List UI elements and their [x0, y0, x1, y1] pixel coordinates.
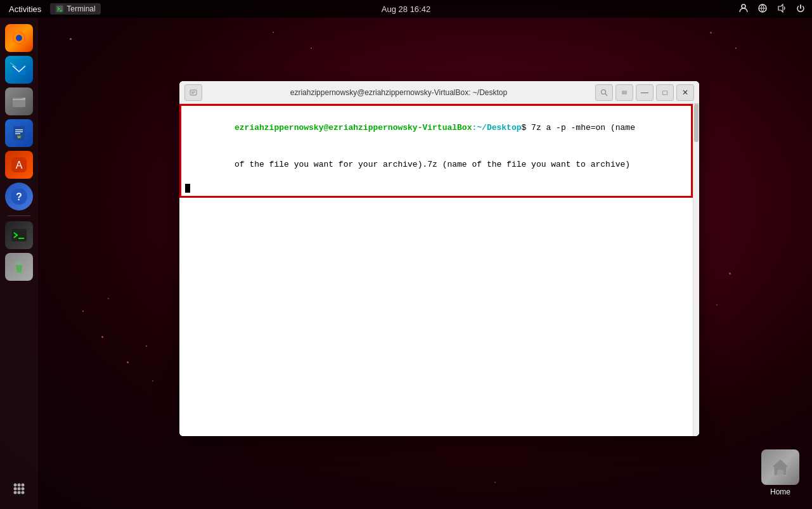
svg-rect-22: [14, 263, 24, 265]
sparkle-decoration: [127, 361, 129, 363]
sidebar-item-terminal[interactable]: [5, 221, 33, 249]
terminal-scrollbar[interactable]: [693, 104, 699, 436]
person-icon[interactable]: [738, 3, 749, 15]
sparkle-decoration: [146, 345, 147, 347]
sparkle-decoration: [108, 298, 109, 299]
volume-icon[interactable]: [777, 3, 787, 15]
sidebar-item-help[interactable]: ?: [5, 183, 33, 210]
svg-text:A: A: [16, 160, 23, 171]
sparkle-decoration: [82, 311, 84, 312]
desktop: Activities Terminal Aug 28 16:42: [0, 0, 812, 509]
terminal-prompt-line: ezriahzippernowsky@ezriahzippernowsky-Vi…: [185, 109, 687, 146]
terminal-content[interactable]: ezriahzippernowsky@ezriahzippernowsky-Vi…: [179, 104, 699, 436]
svg-rect-42: [778, 470, 783, 475]
power-icon[interactable]: [796, 3, 806, 15]
sidebar-item-grid[interactable]: [5, 475, 33, 503]
terminal-taskbar-label: Terminal: [67, 4, 95, 13]
sparkle-decoration: [311, 48, 312, 49]
svg-point-30: [14, 491, 17, 494]
titlebar-left-controls: [184, 84, 202, 101]
sparkle-decoration: [152, 380, 153, 382]
sidebar-item-firefox[interactable]: [5, 24, 33, 52]
terminal-titlebar: ezriahzippernowsky@ezriahzippernowsky-Vi…: [179, 81, 699, 104]
svg-marker-5: [778, 4, 783, 12]
svg-point-2: [742, 4, 745, 8]
home-label: Home: [770, 487, 790, 496]
svg-point-28: [18, 487, 21, 491]
titlebar-maximize-button[interactable]: □: [656, 84, 674, 101]
svg-rect-23: [17, 261, 21, 263]
activities-button[interactable]: Activities: [5, 4, 45, 14]
home-desktop-icon[interactable]: Home: [761, 449, 799, 496]
sidebar-item-writer[interactable]: W: [5, 119, 33, 147]
svg-rect-20: [11, 229, 27, 242]
terminal-path: :~/Desktop: [472, 123, 521, 132]
terminal-cursor: [185, 184, 190, 193]
svg-point-36: [602, 89, 606, 94]
terminal-highlighted-section: ezriahzippernowsky@ezriahzippernowsky-Vi…: [179, 104, 693, 198]
sparkle-decoration: [710, 32, 712, 34]
sparkle-decoration: [716, 304, 718, 306]
svg-rect-14: [15, 133, 20, 134]
sparkle-decoration: [101, 336, 103, 338]
terminal-taskbar-badge[interactable]: Terminal: [50, 3, 100, 15]
svg-point-31: [18, 491, 21, 494]
terminal-username: ezriahzippernowsky@ezriahzippernowsky-Vi…: [235, 123, 472, 132]
topbar-clock: Aug 28 16:42: [382, 4, 430, 14]
sidebar: W A ?: [0, 18, 38, 509]
sparkle-decoration: [494, 482, 496, 483]
terminal-taskbar-icon: [55, 4, 64, 13]
sparkle-decoration: [729, 273, 731, 274]
topbar: Activities Terminal Aug 28 16:42: [0, 0, 812, 18]
sparkle-decoration: [70, 38, 72, 40]
svg-point-7: [16, 35, 22, 41]
titlebar-minimize-button[interactable]: —: [636, 84, 654, 101]
svg-point-26: [22, 484, 25, 487]
sidebar-item-files[interactable]: [5, 87, 33, 115]
terminal-command-line2: of the file you want for your archive).7…: [185, 146, 687, 184]
svg-point-25: [18, 484, 21, 487]
titlebar-right-controls: — □ ✕: [595, 84, 694, 101]
svg-text:?: ?: [16, 191, 22, 202]
titlebar-close-button[interactable]: ✕: [676, 84, 694, 101]
topbar-left: Activities Terminal: [0, 3, 101, 15]
terminal-command-part1: 7z a -p -mhe=on (name: [526, 123, 635, 132]
svg-rect-13: [15, 131, 23, 132]
sidebar-item-appstore[interactable]: A: [5, 151, 33, 179]
titlebar-search-button[interactable]: [595, 84, 613, 101]
scrollbar-thumb[interactable]: [694, 104, 699, 142]
svg-point-29: [22, 487, 25, 491]
topbar-right: [738, 3, 812, 15]
terminal-window-title: ezriahzippernowsky@ezriahzippernowsky-Vi…: [202, 88, 595, 97]
svg-text:W: W: [17, 135, 21, 139]
sidebar-item-trash[interactable]: [5, 253, 33, 281]
terminal-command-continuation: of the file you want for your archive).7…: [235, 160, 630, 169]
home-icon[interactable]: [761, 449, 799, 485]
sparkle-decoration: [273, 32, 274, 33]
sidebar-item-email[interactable]: [5, 56, 33, 84]
titlebar-page-button[interactable]: [184, 84, 202, 101]
svg-point-27: [14, 487, 17, 491]
svg-rect-33: [190, 90, 197, 95]
svg-line-37: [605, 94, 607, 96]
sparkle-decoration: [735, 48, 737, 49]
svg-rect-12: [15, 129, 23, 131]
dock-divider: [8, 216, 30, 216]
terminal-window: ezriahzippernowsky@ezriahzippernowsky-Vi…: [179, 81, 699, 436]
datetime-display: Aug 28 16:42: [382, 4, 430, 14]
svg-point-24: [14, 484, 17, 487]
network-icon[interactable]: [757, 3, 768, 15]
titlebar-menu-button[interactable]: [615, 84, 633, 101]
svg-point-32: [22, 491, 25, 494]
